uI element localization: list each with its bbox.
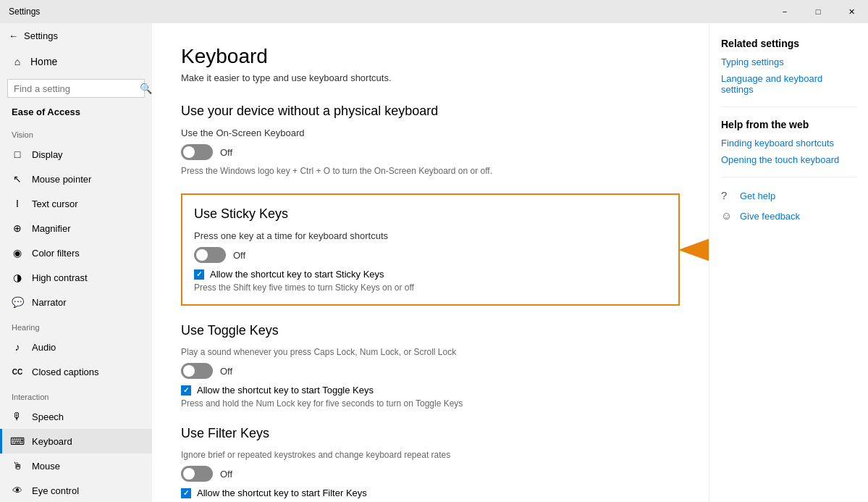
on-screen-keyboard-toggle-row: Off xyxy=(181,144,680,160)
toggle-keys-checkbox[interactable] xyxy=(181,385,191,396)
sticky-keys-description: Press one key at a time for keyboard sho… xyxy=(194,230,667,241)
sidebar-item-label: Audio xyxy=(32,342,56,353)
sidebar-item-high-contrast[interactable]: ◑ High contrast xyxy=(0,265,152,290)
get-help-link[interactable]: Get help xyxy=(740,191,775,201)
high-contrast-icon: ◑ xyxy=(12,272,23,283)
opening-touch-link[interactable]: Opening the touch keyboard xyxy=(721,154,856,165)
search-icon: 🔍 xyxy=(140,83,152,94)
filter-keys-toggle-row: Off xyxy=(181,466,680,482)
sidebar-item-speech[interactable]: 🎙 Speech xyxy=(0,404,152,429)
speech-icon: 🎙 xyxy=(12,411,23,422)
sidebar-item-label: Speech xyxy=(32,411,64,422)
sidebar-item-keyboard[interactable]: ⌨ Keyboard xyxy=(0,429,152,453)
on-screen-keyboard-title: Use your device without a physical keybo… xyxy=(181,104,680,119)
toggle-keys-checkbox-row: Allow the shortcut key to start Toggle K… xyxy=(181,385,680,396)
mouse-icon: 🖱 xyxy=(12,460,23,472)
sidebar-item-label: Display xyxy=(32,149,63,160)
sticky-keys-toggle[interactable] xyxy=(194,247,226,263)
sidebar-item-label: Narrator xyxy=(32,297,67,308)
sidebar-item-magnifier[interactable]: ⊕ Magnifier xyxy=(0,216,152,240)
app-container: ← Settings ⌂ Home 🔍 Ease of Access Visio… xyxy=(0,23,868,502)
sidebar-item-home[interactable]: ⌂ Home xyxy=(0,49,152,75)
give-feedback-item: ☺ Give feedback xyxy=(721,209,856,222)
sticky-keys-hint: Press the Shift key five times to turn S… xyxy=(194,283,667,293)
on-screen-keyboard-section: Use your device without a physical keybo… xyxy=(181,104,680,176)
color-filters-icon: ◉ xyxy=(12,247,23,259)
sidebar-item-audio[interactable]: ♪ Audio xyxy=(0,335,152,359)
maximize-button[interactable]: □ xyxy=(801,0,835,23)
sidebar-item-color-filters[interactable]: ◉ Color filters xyxy=(0,240,152,265)
toggle-keys-toggle[interactable] xyxy=(181,363,213,379)
text-cursor-icon: I xyxy=(12,198,23,209)
toggle-keys-title: Use Toggle Keys xyxy=(181,323,680,338)
sidebar-item-closed-captions[interactable]: CC Closed captions xyxy=(0,359,152,384)
closed-captions-icon: CC xyxy=(12,366,23,377)
on-screen-keyboard-hint: Press the Windows logo key + Ctrl + O to… xyxy=(181,166,680,176)
sidebar: ← Settings ⌂ Home 🔍 Ease of Access Visio… xyxy=(0,23,152,502)
sticky-keys-title: Use Sticky Keys xyxy=(194,206,667,222)
filter-keys-section: Use Filter Keys Ignore brief or repeated… xyxy=(181,426,680,502)
sidebar-item-mouse[interactable]: 🖱 Mouse xyxy=(0,453,152,478)
svg-marker-0 xyxy=(678,221,709,279)
filter-keys-checkbox[interactable] xyxy=(181,488,191,498)
magnifier-icon: ⊕ xyxy=(12,222,23,234)
right-divider-2 xyxy=(721,177,856,177)
filter-keys-toggle[interactable] xyxy=(181,466,213,482)
page-subtitle: Make it easier to type and use keyboard … xyxy=(181,72,680,83)
orange-arrow xyxy=(678,214,709,286)
home-label: Home xyxy=(30,56,57,67)
help-title: Help from the web xyxy=(721,119,856,130)
vision-section-title: Vision xyxy=(0,122,152,142)
sidebar-item-label: Closed captions xyxy=(32,367,99,377)
give-feedback-link[interactable]: Give feedback xyxy=(740,211,800,222)
sidebar-item-label: Text cursor xyxy=(32,198,78,209)
sticky-keys-toggle-row: Off xyxy=(194,247,667,263)
sidebar-item-label: Mouse xyxy=(32,461,60,472)
page-title: Keyboard xyxy=(181,45,680,68)
on-screen-keyboard-label: Use the On-Screen Keyboard xyxy=(181,127,680,138)
sidebar-item-eye-control[interactable]: 👁 Eye control xyxy=(0,478,152,502)
back-label: Settings xyxy=(24,30,58,41)
filter-keys-description: Ignore brief or repeated keystrokes and … xyxy=(181,450,680,460)
filter-keys-checkbox-row: Allow the shortcut key to start Filter K… xyxy=(181,488,680,498)
language-keyboard-link[interactable]: Language and keyboard settings xyxy=(721,73,856,95)
keyboard-icon: ⌨ xyxy=(12,435,23,447)
back-button[interactable]: ← Settings xyxy=(0,23,152,49)
sticky-keys-checkbox-label: Allow the shortcut key to start Sticky K… xyxy=(210,269,384,280)
toggle-keys-description: Play a sound whenever you press Caps Loc… xyxy=(181,347,680,357)
eye-control-icon: 👁 xyxy=(12,485,23,496)
breadcrumb: Ease of Access xyxy=(0,102,152,122)
typing-settings-link[interactable]: Typing settings xyxy=(721,57,856,67)
hearing-section-title: Hearing xyxy=(0,314,152,335)
sidebar-item-label: Eye control xyxy=(32,485,79,496)
sidebar-item-label: Color filters xyxy=(32,248,80,259)
sidebar-item-label: Magnifier xyxy=(32,223,70,234)
main-content: Keyboard Make it easier to type and use … xyxy=(152,23,709,502)
right-panel: Related settings Typing settings Languag… xyxy=(709,23,868,502)
titlebar: Settings − □ ✕ xyxy=(0,0,868,23)
related-settings-title: Related settings xyxy=(721,38,856,49)
interaction-section-title: Interaction xyxy=(0,384,152,404)
search-box[interactable]: 🔍 xyxy=(7,79,145,98)
give-feedback-icon: ☺ xyxy=(721,209,734,222)
toggle-keys-toggle-row: Off xyxy=(181,363,680,379)
sidebar-item-mouse-pointer[interactable]: ↖ Mouse pointer xyxy=(0,167,152,191)
toggle-keys-checkbox-label: Allow the shortcut key to start Toggle K… xyxy=(197,385,374,396)
sticky-keys-checkbox[interactable] xyxy=(194,269,204,280)
get-help-icon: ? xyxy=(721,189,734,202)
home-icon: ⌂ xyxy=(12,56,23,67)
sticky-keys-toggle-text: Off xyxy=(233,250,245,261)
on-screen-keyboard-toggle-text: Off xyxy=(220,147,232,158)
search-input[interactable] xyxy=(14,83,135,94)
titlebar-controls: − □ ✕ xyxy=(768,0,868,23)
sidebar-item-display[interactable]: □ Display xyxy=(0,142,152,167)
sidebar-item-narrator[interactable]: 💬 Narrator xyxy=(0,290,152,314)
filter-keys-title: Use Filter Keys xyxy=(181,426,680,441)
on-screen-keyboard-toggle[interactable] xyxy=(181,144,213,160)
back-arrow-icon: ← xyxy=(9,30,18,41)
minimize-button[interactable]: − xyxy=(768,0,801,23)
finding-shortcuts-link[interactable]: Finding keyboard shortcuts xyxy=(721,138,856,148)
sidebar-item-text-cursor[interactable]: I Text cursor xyxy=(0,191,152,216)
close-button[interactable]: ✕ xyxy=(835,0,868,23)
toggle-keys-toggle-text: Off xyxy=(220,366,232,377)
